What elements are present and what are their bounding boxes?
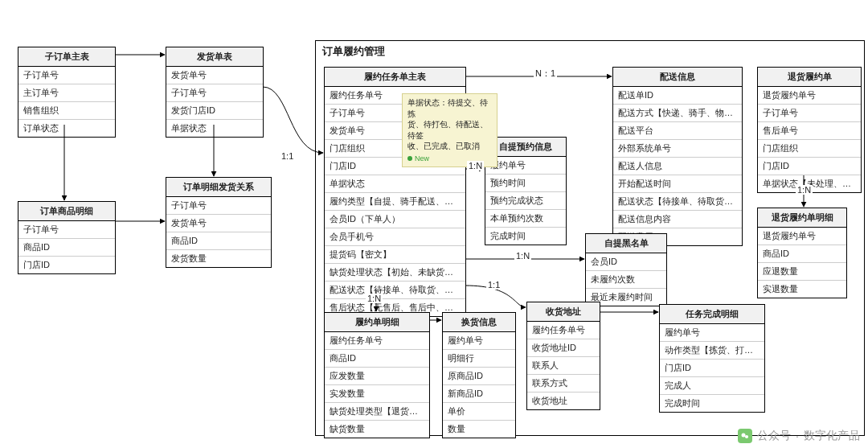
entity-row: 商品ID [18, 239, 115, 257]
entity-row: 配送平台 [613, 122, 742, 140]
entity-row: 履约类型【自提、骑手配送、快递、物流】 [325, 193, 465, 211]
entity-title: 履约任务单主表 [325, 68, 465, 87]
entity-row: 原商品ID [443, 368, 515, 385]
entity-row: 门店ID [758, 158, 861, 175]
entity-row: 履约单号 [443, 332, 515, 350]
entity-row: 子订单号 [166, 84, 263, 102]
entity-row: 子订单号 [18, 221, 115, 239]
edge-label: 1:1 [280, 151, 295, 161]
entity-row: 子订单号 [166, 197, 271, 215]
wechat-icon [738, 429, 752, 443]
entity-row: 完成时间 [485, 228, 566, 245]
entity-sub-order-main: 子订单主表 子订单号 主订单号 销售组织 订单状态 [18, 47, 116, 138]
edge-label: 1:N [366, 294, 383, 303]
entity-row: 完成时间 [660, 395, 764, 412]
entity-row: 实退数量 [758, 281, 846, 298]
entity-row: 配送状态【待接单、待取货、待送达、 [613, 193, 742, 211]
entity-row: 履约单号 [485, 157, 566, 175]
entity-row: 开始配送时间 [613, 175, 742, 193]
entity-row: 联系人 [527, 357, 600, 375]
sticky-line: 收、已完成、已取消 [407, 141, 492, 152]
watermark: 公众号 · 数字化产品 [738, 429, 860, 443]
svg-point-1 [745, 435, 748, 438]
entity-row: 商品ID [758, 245, 846, 263]
entity-title: 订单商品明细 [18, 202, 115, 221]
entity-row: 收货地址 [527, 393, 600, 409]
entity-exchange: 换货信息 履约单号 明细行 原商品ID 新商品ID 单价 数量 [442, 312, 516, 438]
entity-row: 未履约次数 [586, 271, 666, 289]
entity-return-detail: 退货履约单明细 退货履约单号 商品ID 应退数量 实退数量 [757, 208, 847, 298]
edge-label: 1:1 [486, 280, 502, 290]
entity-row: 履约任务单号 [527, 322, 600, 339]
diagram-canvas: 订单履约管理 子订单主表 子订单号 主订单号 销售组织 订单状态 发货单表 发货… [0, 0, 868, 448]
entity-row: 履约单号 [660, 324, 764, 342]
entity-title: 履约单明细 [325, 313, 429, 332]
entity-row: 收货地址ID [527, 339, 600, 357]
sticky-line: 单据状态：待提交、待拣 [407, 97, 492, 119]
sticky-line: 货、待打包、待配送、待签 [407, 119, 492, 141]
entity-title: 自提预约信息 [485, 138, 566, 157]
entity-row: 配送信息内容 [613, 211, 742, 228]
entity-title: 退货履约单 [758, 68, 861, 87]
entity-title: 配送信息 [613, 68, 742, 87]
entity-row: 数量 [443, 421, 515, 438]
entity-row: 发货门店ID [166, 102, 263, 120]
entity-row: 门店ID [18, 257, 115, 273]
entity-title: 订单明细发货关系 [166, 178, 271, 197]
entity-delivery-info: 配送信息 配送单ID 配送方式【快递、骑手、物流】 配送平台 外部系统单号 配送… [612, 67, 743, 246]
entity-title: 子订单主表 [18, 47, 115, 67]
edge-label: 1:N [514, 251, 531, 261]
entity-row: 发货单号 [166, 215, 271, 232]
entity-row: 配送方式【快递、骑手、物流】 [613, 105, 742, 122]
entity-row: 联系方式 [527, 375, 600, 393]
entity-row: 明细行 [443, 350, 515, 368]
entity-task-done: 任务完成明细 履约单号 动作类型【拣货、打包、配送】 门店ID 完成人 完成时间 [659, 304, 765, 413]
entity-row: 单据状态 [325, 175, 465, 193]
entity-row: 发货单号 [166, 67, 263, 84]
entity-row: 子订单号 [18, 67, 115, 84]
entity-row: 缺货处理状态【初始、未缺货、处理中、已 [325, 264, 465, 282]
entity-row: 商品ID [325, 350, 429, 368]
entity-row: 订单状态 [18, 120, 115, 137]
entity-recv-addr: 收货地址 履约任务单号 收货地址ID 联系人 联系方式 收货地址 [526, 302, 600, 410]
entity-row: 销售组织 [18, 102, 115, 120]
entity-row: 缺货数量 [325, 421, 429, 438]
entity-row: 缺货处理类型【退货、换货】 [325, 403, 429, 421]
sticky-tag: New [415, 154, 429, 162]
entity-title: 收货地址 [527, 302, 600, 322]
entity-ship-relation: 订单明细发货关系 子订单号 发货单号 商品ID 发货数量 [166, 177, 272, 268]
entity-title: 自提黑名单 [586, 234, 666, 253]
entity-row: 主订单号 [18, 84, 115, 102]
entity-row: 子订单号 [758, 105, 861, 122]
entity-row: 配送人信息 [613, 158, 742, 175]
entity-row: 应发数量 [325, 368, 429, 385]
entity-row: 退货履约单号 [758, 228, 846, 245]
entity-row: 单价 [443, 403, 515, 421]
entity-blacklist: 自提黑名单 会员ID 未履约次数 最近未履约时间 [585, 233, 667, 306]
entity-row: 单据状态 [166, 120, 263, 137]
entity-row: 完成人 [660, 377, 764, 395]
entity-row: 预约时间 [485, 175, 566, 192]
entity-ship-order: 发货单表 发货单号 子订单号 发货门店ID 单据状态 [166, 47, 264, 138]
group-title: 订单履约管理 [322, 44, 385, 59]
entity-row: 退货履约单号 [758, 87, 861, 105]
entity-row: 门店ID [660, 360, 764, 377]
entity-row: 实发数量 [325, 385, 429, 403]
entity-row: 本单预约次数 [485, 210, 566, 228]
entity-row: 发货数量 [166, 250, 271, 267]
entity-row: 外部系统单号 [613, 140, 742, 158]
edge-label: 1:N [467, 161, 484, 171]
entity-title: 退货履约单明细 [758, 208, 846, 228]
edge-label: N：1 [534, 68, 557, 80]
entity-row: 预约完成状态 [485, 192, 566, 210]
entity-row: 应退数量 [758, 263, 846, 281]
entity-row: 会员ID [586, 253, 666, 271]
entity-title: 任务完成明细 [660, 305, 764, 324]
entity-row: 履约任务单号 [325, 332, 429, 350]
svg-point-0 [742, 434, 746, 438]
watermark-prefix: 公众号 [757, 429, 791, 443]
entity-row: 动作类型【拣货、打包、配送】 [660, 342, 764, 360]
entity-row: 配送状态【待接单、待取货、待配送、已 [325, 282, 465, 299]
entity-row: 会员手机号 [325, 228, 465, 246]
entity-row: 提货码【密文】 [325, 246, 465, 264]
